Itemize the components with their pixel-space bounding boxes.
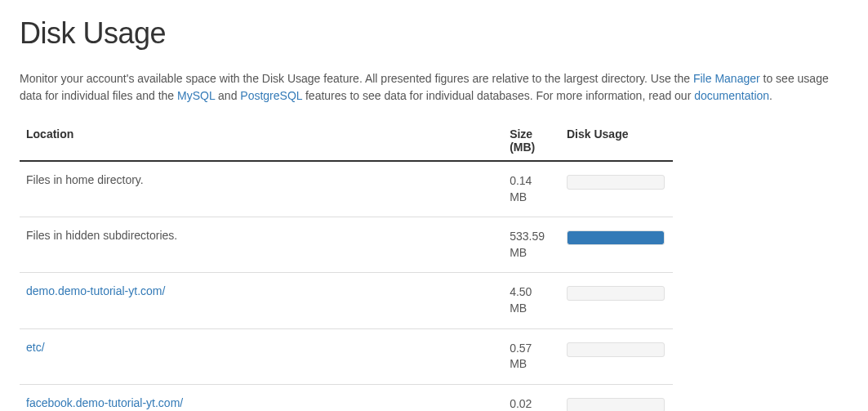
size-cell: 4.50MB bbox=[501, 273, 559, 328]
table-row: Files in home directory.0.14MB bbox=[20, 161, 673, 217]
usage-cell bbox=[559, 328, 673, 384]
location-cell: etc/ bbox=[20, 328, 501, 384]
usage-bar bbox=[567, 175, 665, 190]
table-row: facebook.demo-tutorial-yt.com/0.02MB bbox=[20, 384, 673, 411]
disk-usage-table: Location Size (MB) Disk Usage Files in h… bbox=[20, 121, 673, 411]
desc-text: . bbox=[769, 89, 772, 102]
file-manager-link[interactable]: File Manager bbox=[693, 72, 760, 85]
usage-bar bbox=[567, 230, 665, 245]
location-cell: Files in home directory. bbox=[20, 161, 501, 217]
table-row: demo.demo-tutorial-yt.com/4.50MB bbox=[20, 273, 673, 328]
size-cell: 533.59MB bbox=[501, 217, 559, 273]
usage-bar-fill bbox=[568, 231, 664, 244]
size-cell: 0.02MB bbox=[501, 384, 559, 411]
usage-cell bbox=[559, 273, 673, 328]
postgresql-link[interactable]: PostgreSQL bbox=[240, 89, 302, 102]
header-size: Size (MB) bbox=[501, 121, 559, 161]
table-row: Files in hidden subdirectories.533.59MB bbox=[20, 217, 673, 273]
page-description: Monitor your account's available space w… bbox=[20, 70, 848, 105]
usage-cell bbox=[559, 161, 673, 217]
desc-text: Monitor your account's available space w… bbox=[20, 72, 693, 85]
table-row: etc/0.57MB bbox=[20, 328, 673, 384]
location-link[interactable]: demo.demo-tutorial-yt.com/ bbox=[26, 284, 165, 297]
usage-bar bbox=[567, 286, 665, 301]
header-usage: Disk Usage bbox=[559, 121, 673, 161]
page-title: Disk Usage bbox=[20, 16, 848, 51]
documentation-link[interactable]: documentation bbox=[694, 89, 769, 102]
usage-bar bbox=[567, 342, 665, 357]
location-link[interactable]: facebook.demo-tutorial-yt.com/ bbox=[26, 396, 183, 409]
location-cell: facebook.demo-tutorial-yt.com/ bbox=[20, 384, 501, 411]
usage-cell bbox=[559, 217, 673, 273]
mysql-link[interactable]: MySQL bbox=[177, 89, 215, 102]
location-cell: Files in hidden subdirectories. bbox=[20, 217, 501, 273]
desc-text: features to see data for individual data… bbox=[302, 89, 694, 102]
usage-cell bbox=[559, 384, 673, 411]
desc-text: and bbox=[215, 89, 240, 102]
location-cell: demo.demo-tutorial-yt.com/ bbox=[20, 273, 501, 328]
size-cell: 0.57MB bbox=[501, 328, 559, 384]
usage-bar bbox=[567, 398, 665, 411]
location-link[interactable]: etc/ bbox=[26, 341, 45, 354]
size-cell: 0.14MB bbox=[501, 161, 559, 217]
header-location: Location bbox=[20, 121, 501, 161]
